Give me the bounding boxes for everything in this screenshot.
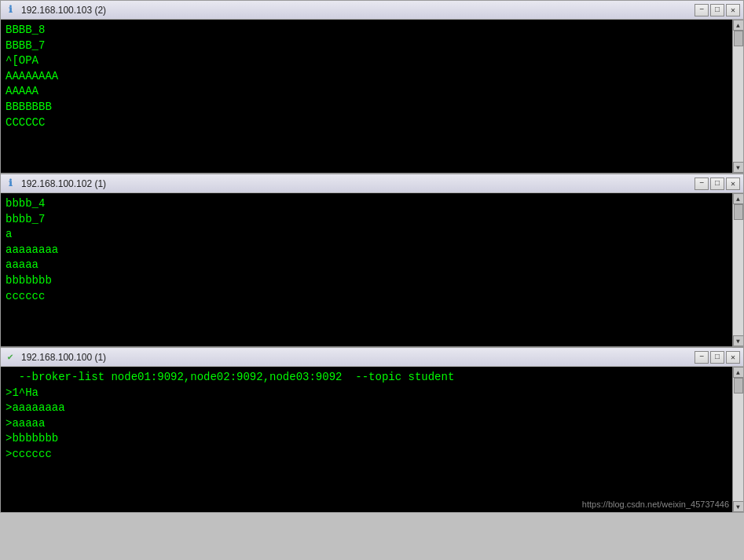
terminal-body-2: bbbb_4 bbbb_7 a aaaaaaaa aaaaa bbbbbbb c… bbox=[1, 193, 743, 346]
titlebar-title-1: 192.168.100.103 (2) bbox=[21, 5, 695, 16]
close-button-1[interactable]: ✕ bbox=[726, 4, 740, 16]
titlebar-buttons-3: − □ ✕ bbox=[695, 351, 740, 364]
terminal-content-3: --broker-list node01:9092,node02:9092,no… bbox=[5, 370, 739, 463]
scroll-up-3[interactable]: ▲ bbox=[733, 367, 744, 378]
terminal-window-2: ℹ 192.168.100.102 (1) − □ ✕ bbbb_4 bbbb_… bbox=[0, 174, 744, 347]
titlebar-title-3: 192.168.100.100 (1) bbox=[21, 352, 695, 363]
scroll-down-2[interactable]: ▼ bbox=[733, 335, 744, 346]
scroll-up-1[interactable]: ▲ bbox=[733, 20, 744, 31]
terminal-content-1: BBBB_8 BBBB_7 ^[OPA AAAAAAAA AAAAA BBBBB… bbox=[5, 23, 739, 130]
minimize-button-1[interactable]: − bbox=[695, 4, 709, 16]
watermark: https://blog.csdn.net/weixin_45737446 bbox=[582, 500, 729, 509]
check-icon-3: ✔ bbox=[4, 351, 16, 364]
titlebar-2: ℹ 192.168.100.102 (1) − □ ✕ bbox=[1, 174, 743, 193]
terminal-body-3: --broker-list node01:9092,node02:9092,no… bbox=[1, 367, 743, 512]
close-button-2[interactable]: ✕ bbox=[726, 178, 740, 190]
terminal-content-2: bbbb_4 bbbb_7 a aaaaaaaa aaaaa bbbbbbb c… bbox=[5, 196, 739, 304]
maximize-button-1[interactable]: □ bbox=[710, 4, 724, 16]
scroll-down-1[interactable]: ▼ bbox=[733, 162, 744, 173]
info-icon-1: ℹ bbox=[4, 4, 16, 16]
titlebar-1: ℹ 192.168.100.103 (2) − □ ✕ bbox=[1, 1, 743, 20]
scrollbar-2[interactable]: ▲ ▼ bbox=[732, 193, 743, 346]
scrollbar-3[interactable]: ▲ ▼ bbox=[732, 367, 743, 512]
scrollbar-1[interactable]: ▲ ▼ bbox=[732, 20, 743, 173]
scroll-thumb-1[interactable] bbox=[734, 31, 743, 46]
scroll-thumb-2[interactable] bbox=[734, 204, 743, 220]
maximize-button-3[interactable]: □ bbox=[710, 351, 724, 364]
terminal-window-1: ℹ 192.168.100.103 (2) − □ ✕ BBBB_8 BBBB_… bbox=[0, 0, 744, 174]
scroll-track-1[interactable] bbox=[733, 31, 744, 162]
close-button-3[interactable]: ✕ bbox=[726, 351, 740, 364]
scroll-up-2[interactable]: ▲ bbox=[733, 193, 744, 204]
titlebar-buttons-2: − □ ✕ bbox=[695, 178, 740, 190]
titlebar-buttons-1: − □ ✕ bbox=[695, 4, 740, 16]
scroll-track-3[interactable] bbox=[733, 378, 744, 501]
terminal-window-3: ✔ 192.168.100.100 (1) − □ ✕ --broker-lis… bbox=[0, 347, 744, 513]
titlebar-title-2: 192.168.100.102 (1) bbox=[21, 178, 695, 189]
info-icon-2: ℹ bbox=[4, 178, 16, 190]
scroll-down-3[interactable]: ▼ bbox=[733, 501, 744, 512]
terminal-body-1: BBBB_8 BBBB_7 ^[OPA AAAAAAAA AAAAA BBBBB… bbox=[1, 20, 743, 173]
scroll-track-2[interactable] bbox=[733, 204, 744, 335]
minimize-button-2[interactable]: − bbox=[695, 178, 709, 190]
scroll-thumb-3[interactable] bbox=[734, 378, 743, 393]
titlebar-3: ✔ 192.168.100.100 (1) − □ ✕ bbox=[1, 348, 743, 367]
minimize-button-3[interactable]: − bbox=[695, 351, 709, 364]
maximize-button-2[interactable]: □ bbox=[710, 178, 724, 190]
